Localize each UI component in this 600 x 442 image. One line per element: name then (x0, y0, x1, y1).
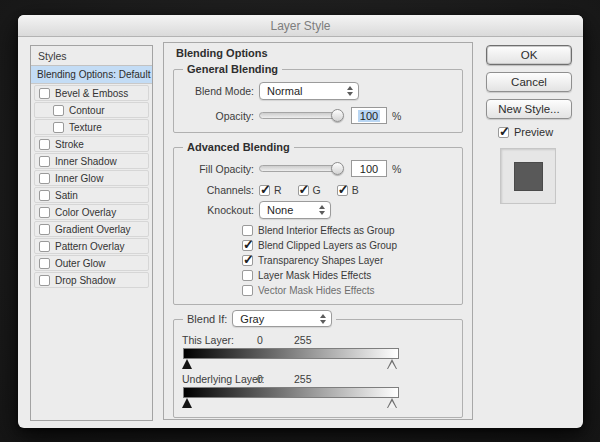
checkbox[interactable] (242, 285, 253, 296)
opacity-label: Opacity: (182, 110, 254, 122)
checkbox[interactable] (242, 240, 253, 251)
new-style-button[interactable]: New Style... (486, 99, 572, 119)
checkbox[interactable] (39, 88, 50, 99)
channel-r[interactable]: R (259, 184, 282, 196)
chevron-updown-icon (320, 314, 326, 324)
option-layer-mask-hides[interactable]: Layer Mask Hides Effects (242, 268, 454, 283)
this-layer-gradient-bar (183, 348, 399, 359)
blend-if-group: Blend If: Gray This Layer: 0 255 Underly… (173, 319, 463, 418)
advanced-blending-group: Advanced Blending Fill Opacity: 100 % Ch… (173, 147, 463, 305)
title-bar[interactable]: Layer Style (18, 15, 583, 37)
chevron-updown-icon (347, 86, 353, 96)
knockout-select[interactable]: None (259, 201, 331, 219)
checkbox[interactable] (39, 207, 50, 218)
channels-label: Channels: (182, 184, 254, 196)
checkbox[interactable] (39, 173, 50, 184)
fill-opacity-unit: % (392, 163, 401, 175)
checkbox[interactable] (39, 156, 50, 167)
layer-style-dialog: Layer Style Styles Blending Options: Def… (18, 15, 583, 428)
fill-opacity-input[interactable]: 100 (351, 160, 387, 177)
underlying-layer-sliders (182, 398, 454, 409)
sidebar-item-bevel-emboss[interactable]: Bevel & Emboss (34, 85, 149, 101)
checkbox[interactable] (259, 185, 270, 196)
window-title: Layer Style (270, 19, 330, 33)
shadow-slider-handle[interactable] (182, 398, 192, 408)
blend-mode-label: Blend Mode: (182, 85, 254, 97)
channel-b[interactable]: B (337, 184, 359, 196)
ok-button[interactable]: OK (486, 45, 572, 65)
sidebar-item-outer-glow[interactable]: Outer Glow (34, 255, 149, 271)
blend-if-legend: Blend If: Gray (183, 310, 336, 327)
underlying-layer-min: 0 (257, 373, 263, 385)
checkbox[interactable] (298, 185, 309, 196)
option-vector-mask-hides[interactable]: Vector Mask Hides Effects (242, 283, 454, 298)
chevron-updown-icon (319, 205, 325, 215)
sidebar-item-satin[interactable]: Satin (34, 187, 149, 203)
this-layer-label: This Layer: (182, 334, 234, 346)
opacity-slider[interactable] (259, 112, 341, 119)
blend-if-select[interactable]: Gray (232, 310, 332, 327)
underlying-layer-label: Underlying Layer: (182, 373, 264, 385)
shadow-slider-handle[interactable] (182, 359, 192, 369)
sidebar-item-pattern-overlay[interactable]: Pattern Overlay (34, 238, 149, 254)
sidebar-item-gradient-overlay[interactable]: Gradient Overlay (34, 221, 149, 237)
sidebar-item-inner-glow[interactable]: Inner Glow (34, 170, 149, 186)
fill-opacity-slider-thumb[interactable] (331, 162, 344, 175)
blend-if-label: Blend If: (187, 313, 227, 325)
checkbox[interactable] (39, 224, 50, 235)
preview-swatch (500, 148, 556, 204)
sidebar-item-drop-shadow[interactable]: Drop Shadow (34, 272, 149, 288)
checkbox[interactable] (53, 105, 64, 116)
channel-g[interactable]: G (298, 184, 321, 196)
highlight-slider-handle[interactable] (387, 398, 397, 408)
advanced-options-list: Blend Interior Effects as Group Blend Cl… (242, 223, 454, 298)
preview-toggle[interactable]: Preview (498, 126, 576, 138)
fill-opacity-label: Fill Opacity: (182, 163, 254, 175)
advanced-blending-legend: Advanced Blending (183, 141, 294, 153)
sidebar-item-stroke[interactable]: Stroke (34, 136, 149, 152)
general-blending-legend: General Blending (183, 63, 282, 75)
sidebar-item-inner-shadow[interactable]: Inner Shadow (34, 153, 149, 169)
checkbox[interactable] (337, 185, 348, 196)
checkbox[interactable] (39, 139, 50, 150)
this-layer-sliders (182, 359, 454, 370)
checkbox[interactable] (53, 122, 64, 133)
opacity-unit: % (392, 110, 401, 122)
panel-title: Blending Options (176, 47, 472, 59)
checkbox[interactable] (39, 275, 50, 286)
knockout-label: Knockout: (182, 204, 254, 216)
general-blending-group: General Blending Blend Mode: Normal Opac… (173, 69, 463, 133)
this-layer-row: This Layer: 0 255 (182, 334, 454, 348)
option-blend-interior-effects[interactable]: Blend Interior Effects as Group (242, 223, 454, 238)
checkbox[interactable] (498, 127, 509, 138)
blend-mode-select[interactable]: Normal (259, 82, 359, 100)
option-transparency-shapes[interactable]: Transparency Shapes Layer (242, 253, 454, 268)
sidebar-item-color-overlay[interactable]: Color Overlay (34, 204, 149, 220)
underlying-layer-max: 255 (294, 373, 312, 385)
sidebar-item-texture[interactable]: Texture (34, 119, 149, 135)
blending-options-panel: Blending Options General Blending Blend … (163, 42, 473, 420)
checkbox[interactable] (242, 270, 253, 281)
sidebar-item-blending-options[interactable]: Blending Options: Default (31, 66, 152, 84)
checkbox[interactable] (242, 225, 253, 236)
option-blend-clipped-layers[interactable]: Blend Clipped Layers as Group (242, 238, 454, 253)
opacity-slider-thumb[interactable] (331, 109, 344, 122)
preview-label: Preview (514, 126, 553, 138)
styles-header: Styles (31, 46, 152, 66)
highlight-slider-handle[interactable] (387, 359, 397, 369)
sidebar-item-contour[interactable]: Contour (34, 102, 149, 118)
preview-swatch-color (514, 162, 543, 191)
underlying-layer-row: Underlying Layer: 0 255 (182, 373, 454, 387)
cancel-button[interactable]: Cancel (486, 72, 572, 92)
this-layer-max: 255 (294, 334, 312, 346)
opacity-input[interactable]: 100 (351, 107, 387, 124)
checkbox[interactable] (242, 255, 253, 266)
this-layer-min: 0 (257, 334, 263, 346)
checkbox[interactable] (39, 190, 50, 201)
checkbox[interactable] (39, 258, 50, 269)
styles-sidebar: Styles Blending Options: Default Bevel &… (30, 45, 153, 421)
action-column: OK Cancel New Style... Preview (486, 45, 576, 204)
checkbox[interactable] (39, 241, 50, 252)
fill-opacity-slider[interactable] (259, 165, 341, 172)
underlying-layer-gradient-bar (183, 387, 399, 398)
